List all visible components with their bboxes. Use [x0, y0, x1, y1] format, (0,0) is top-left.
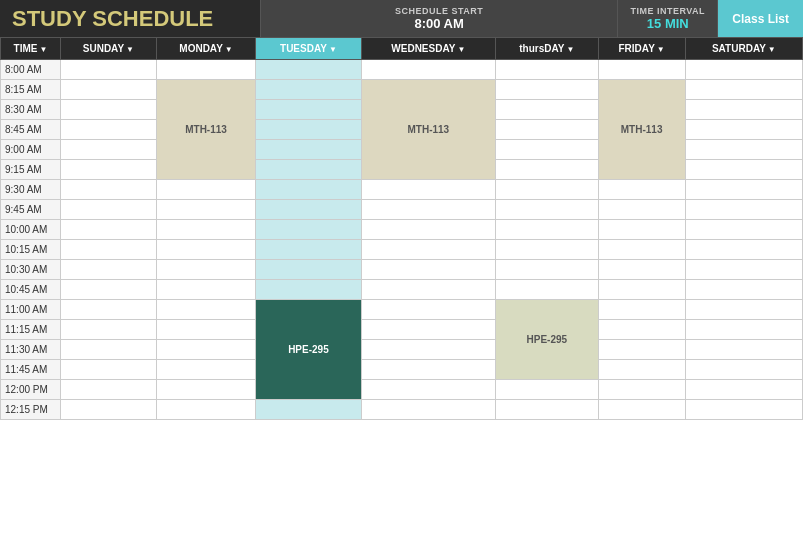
empty-cell[interactable] — [685, 60, 802, 80]
empty-cell[interactable] — [156, 200, 256, 220]
empty-cell[interactable] — [361, 220, 496, 240]
empty-cell[interactable] — [361, 380, 496, 400]
event-cell[interactable]: MTH-113 — [361, 80, 496, 180]
empty-cell[interactable] — [496, 80, 598, 100]
empty-cell[interactable] — [361, 240, 496, 260]
empty-cell[interactable] — [598, 200, 685, 220]
empty-cell[interactable] — [61, 140, 157, 160]
empty-cell[interactable] — [496, 220, 598, 240]
wednesday-dropdown-icon[interactable]: ▼ — [457, 45, 465, 54]
empty-cell[interactable] — [256, 260, 361, 280]
empty-cell[interactable] — [361, 60, 496, 80]
empty-cell[interactable] — [256, 120, 361, 140]
event-cell[interactable]: HPE-295 — [256, 300, 361, 400]
empty-cell[interactable] — [256, 80, 361, 100]
empty-cell[interactable] — [256, 180, 361, 200]
empty-cell[interactable] — [61, 260, 157, 280]
empty-cell[interactable] — [156, 60, 256, 80]
empty-cell[interactable] — [361, 300, 496, 320]
empty-cell[interactable] — [361, 360, 496, 380]
header-tuesday[interactable]: TUESDAY▼ — [256, 38, 361, 60]
empty-cell[interactable] — [61, 300, 157, 320]
time-dropdown-icon[interactable]: ▼ — [39, 45, 47, 54]
empty-cell[interactable] — [685, 140, 802, 160]
empty-cell[interactable] — [361, 200, 496, 220]
empty-cell[interactable] — [156, 180, 256, 200]
empty-cell[interactable] — [61, 360, 157, 380]
empty-cell[interactable] — [496, 140, 598, 160]
empty-cell[interactable] — [685, 100, 802, 120]
thursday-dropdown-icon[interactable]: ▼ — [566, 45, 574, 54]
empty-cell[interactable] — [685, 300, 802, 320]
empty-cell[interactable] — [61, 160, 157, 180]
empty-cell[interactable] — [685, 360, 802, 380]
saturday-dropdown-icon[interactable]: ▼ — [768, 45, 776, 54]
empty-cell[interactable] — [685, 220, 802, 240]
empty-cell[interactable] — [256, 280, 361, 300]
empty-cell[interactable] — [156, 220, 256, 240]
empty-cell[interactable] — [256, 400, 361, 420]
empty-cell[interactable] — [598, 280, 685, 300]
empty-cell[interactable] — [685, 160, 802, 180]
header-friday[interactable]: FRIDAY▼ — [598, 38, 685, 60]
empty-cell[interactable] — [685, 80, 802, 100]
empty-cell[interactable] — [685, 400, 802, 420]
header-time[interactable]: TIME▼ — [1, 38, 61, 60]
empty-cell[interactable] — [496, 380, 598, 400]
empty-cell[interactable] — [256, 220, 361, 240]
header-monday[interactable]: MONDAY▼ — [156, 38, 256, 60]
header-wednesday[interactable]: WEDNESDAY▼ — [361, 38, 496, 60]
monday-dropdown-icon[interactable]: ▼ — [225, 45, 233, 54]
empty-cell[interactable] — [361, 260, 496, 280]
empty-cell[interactable] — [156, 260, 256, 280]
empty-cell[interactable] — [496, 100, 598, 120]
empty-cell[interactable] — [61, 380, 157, 400]
empty-cell[interactable] — [61, 220, 157, 240]
empty-cell[interactable] — [61, 180, 157, 200]
empty-cell[interactable] — [685, 180, 802, 200]
empty-cell[interactable] — [61, 120, 157, 140]
empty-cell[interactable] — [256, 160, 361, 180]
header-sunday[interactable]: SUNDAY▼ — [61, 38, 157, 60]
empty-cell[interactable] — [61, 340, 157, 360]
empty-cell[interactable] — [256, 60, 361, 80]
empty-cell[interactable] — [361, 320, 496, 340]
empty-cell[interactable] — [685, 320, 802, 340]
sunday-dropdown-icon[interactable]: ▼ — [126, 45, 134, 54]
empty-cell[interactable] — [61, 400, 157, 420]
empty-cell[interactable] — [496, 260, 598, 280]
empty-cell[interactable] — [61, 100, 157, 120]
empty-cell[interactable] — [496, 180, 598, 200]
event-cell[interactable]: MTH-113 — [598, 80, 685, 180]
empty-cell[interactable] — [685, 280, 802, 300]
empty-cell[interactable] — [156, 360, 256, 380]
tuesday-dropdown-icon[interactable]: ▼ — [329, 45, 337, 54]
empty-cell[interactable] — [156, 300, 256, 320]
header-saturday[interactable]: SATURDAY▼ — [685, 38, 802, 60]
empty-cell[interactable] — [685, 120, 802, 140]
empty-cell[interactable] — [685, 240, 802, 260]
header-thursday[interactable]: thursDAY▼ — [496, 38, 598, 60]
empty-cell[interactable] — [361, 180, 496, 200]
empty-cell[interactable] — [598, 360, 685, 380]
empty-cell[interactable] — [496, 280, 598, 300]
empty-cell[interactable] — [496, 120, 598, 140]
empty-cell[interactable] — [598, 60, 685, 80]
empty-cell[interactable] — [156, 340, 256, 360]
empty-cell[interactable] — [496, 60, 598, 80]
empty-cell[interactable] — [361, 340, 496, 360]
empty-cell[interactable] — [598, 180, 685, 200]
empty-cell[interactable] — [598, 300, 685, 320]
empty-cell[interactable] — [685, 260, 802, 280]
empty-cell[interactable] — [256, 200, 361, 220]
empty-cell[interactable] — [156, 240, 256, 260]
empty-cell[interactable] — [598, 240, 685, 260]
empty-cell[interactable] — [685, 200, 802, 220]
empty-cell[interactable] — [685, 380, 802, 400]
empty-cell[interactable] — [256, 140, 361, 160]
empty-cell[interactable] — [496, 240, 598, 260]
empty-cell[interactable] — [61, 240, 157, 260]
empty-cell[interactable] — [598, 220, 685, 240]
empty-cell[interactable] — [61, 320, 157, 340]
empty-cell[interactable] — [598, 320, 685, 340]
